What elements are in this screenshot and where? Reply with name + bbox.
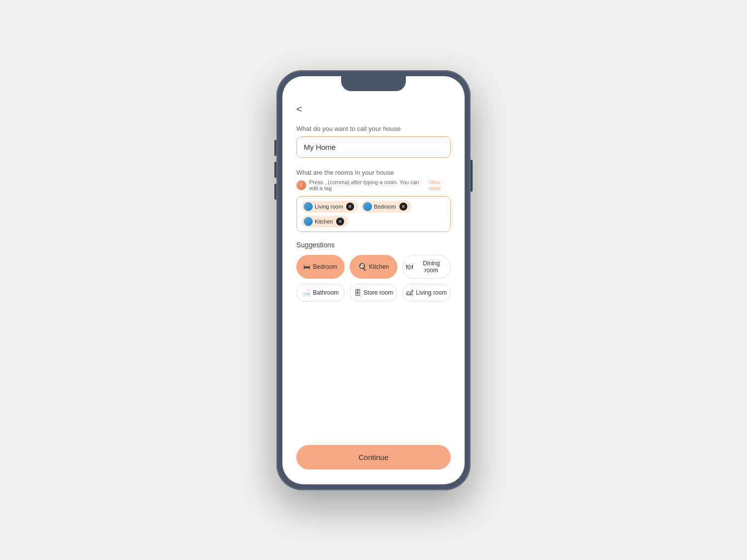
hint-text: Press , (comma) after typing a room. You… xyxy=(309,179,425,191)
tag-living-close[interactable]: ✕ xyxy=(346,203,354,211)
phone-device: < What do you want to call your house Wh… xyxy=(276,70,471,490)
suggestions-title: Suggestions xyxy=(296,241,451,249)
tags-input-container[interactable]: Living room ✕ Bedroom ✕ Kitchen ✕ xyxy=(296,196,451,232)
tag-bedroom-label: Bedroom xyxy=(374,204,396,210)
tag-bedroom-icon xyxy=(363,202,372,211)
phone-screen: < What do you want to call your house Wh… xyxy=(282,76,465,484)
phone-frame: < What do you want to call your house Wh… xyxy=(276,70,471,490)
rooms-label: What are the rooms in your house xyxy=(296,169,451,176)
back-button[interactable]: < xyxy=(296,104,311,115)
tag-kitchen-close[interactable]: ✕ xyxy=(336,218,344,225)
livingroom-label: Living room xyxy=(416,289,447,296)
tag-kitchen-icon xyxy=(304,217,313,226)
storeroom-label: Store room xyxy=(364,289,393,296)
suggestions-grid: 🛏 Bedroom 🍳 Kitchen 🍽 Dining room 🛁 Bath… xyxy=(296,255,451,302)
tag-bedroom-close[interactable]: ✕ xyxy=(399,203,407,211)
hint-row: i Press , (comma) after typing a room. Y… xyxy=(296,179,451,191)
tag-living-label: Living room xyxy=(315,204,343,210)
suggestion-storeroom[interactable]: 🗄 Store room xyxy=(350,284,398,302)
suggestion-bathroom[interactable]: 🛁 Bathroom xyxy=(296,284,345,302)
tag-living: Living room ✕ xyxy=(302,201,358,213)
kitchen-label: Kitchen xyxy=(369,263,389,270)
screen-content: < What do you want to call your house Wh… xyxy=(282,76,465,484)
house-name-label: What do you want to call your house xyxy=(296,125,451,132)
house-name-input[interactable] xyxy=(296,136,451,158)
view-more-link[interactable]: View more xyxy=(428,179,451,191)
tag-kitchen-label: Kitchen xyxy=(315,219,333,224)
suggestion-dining[interactable]: 🍽 Dining room xyxy=(402,255,451,279)
hint-icon: i xyxy=(296,180,306,190)
continue-button[interactable]: Continue xyxy=(296,445,451,469)
bedroom-icon: 🛏 xyxy=(303,263,310,271)
suggestion-kitchen[interactable]: 🍳 Kitchen xyxy=(350,255,398,279)
bathroom-label: Bathroom xyxy=(313,289,339,296)
bedroom-label: Bedroom xyxy=(313,263,337,270)
suggestion-livingroom[interactable]: 🛋 Living room xyxy=(402,284,451,302)
tag-living-icon xyxy=(304,202,313,211)
tag-kitchen: Kitchen ✕ xyxy=(302,216,348,227)
storeroom-icon: 🗄 xyxy=(354,289,361,297)
bathroom-icon: 🛁 xyxy=(302,289,310,297)
livingroom-icon: 🛋 xyxy=(406,289,413,297)
dining-label: Dining room xyxy=(415,260,447,274)
tag-bedroom: Bedroom ✕ xyxy=(361,201,411,213)
phone-notch xyxy=(341,76,406,91)
dining-icon: 🍽 xyxy=(406,263,413,271)
kitchen-icon: 🍳 xyxy=(358,263,367,271)
suggestion-bedroom[interactable]: 🛏 Bedroom xyxy=(296,255,345,279)
